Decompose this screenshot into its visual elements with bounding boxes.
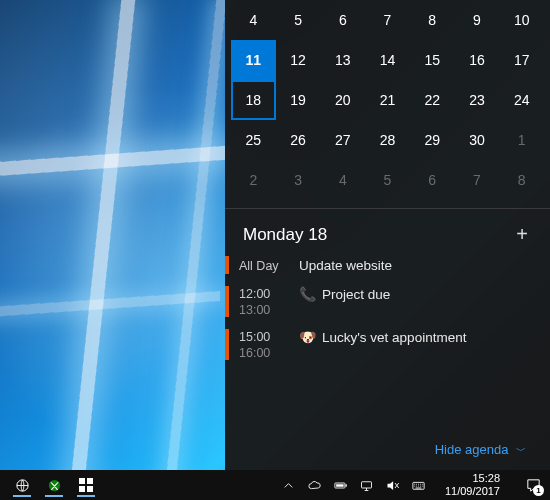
calendar-day-6[interactable]: 6 <box>320 0 365 40</box>
tray-onedrive-icon[interactable] <box>307 477 323 493</box>
calendar-day-7[interactable]: 7 <box>365 0 410 40</box>
calendar-day-18[interactable]: 18 <box>231 80 276 120</box>
calendar-day-12[interactable]: 12 <box>276 40 321 80</box>
agenda-event-list: All DayUpdate website12:0013:00📞Project … <box>225 256 536 372</box>
calendar-flyout: 4567891011121314151617181920212223242526… <box>225 0 550 470</box>
event-title: Update website <box>299 256 536 274</box>
hide-agenda-label: Hide agenda <box>435 442 509 457</box>
svg-rect-3 <box>346 484 347 487</box>
agenda-date-heading: Monday 18 <box>243 225 327 245</box>
tray-battery-icon[interactable] <box>333 477 349 493</box>
calendar-day-9[interactable]: 9 <box>455 0 500 40</box>
calendar-day-27[interactable]: 27 <box>320 120 365 160</box>
chevron-down-icon: ﹀ <box>516 445 526 456</box>
agenda-event[interactable]: All DayUpdate website <box>225 256 536 274</box>
taskbar-clock[interactable]: 15:28 11/09/2017 <box>437 472 508 497</box>
agenda-event[interactable]: 15:0016:00🐶Lucky's vet appointment <box>225 329 536 360</box>
calendar-day-26[interactable]: 26 <box>276 120 321 160</box>
calendar-day-23[interactable]: 23 <box>455 80 500 120</box>
calendar-day-19[interactable]: 19 <box>276 80 321 120</box>
event-time: All Day <box>239 256 299 274</box>
hide-agenda-link[interactable]: Hide agenda ﹀ <box>225 432 536 470</box>
calendar-day-2[interactable]: 2 <box>231 160 276 200</box>
calendar-day-25[interactable]: 25 <box>231 120 276 160</box>
tray-volume-muted-icon[interactable] <box>385 477 401 493</box>
tray-network-icon[interactable] <box>359 477 375 493</box>
event-icon: 🐶 <box>299 330 316 344</box>
agenda-panel: Monday 18 + All DayUpdate website12:0013… <box>225 209 550 470</box>
calendar-day-11[interactable]: 11 <box>231 40 276 80</box>
event-title: 📞Project due <box>299 286 536 317</box>
agenda-event[interactable]: 12:0013:00📞Project due <box>225 286 536 317</box>
calendar-day-16[interactable]: 16 <box>455 40 500 80</box>
event-accent-bar <box>225 256 229 274</box>
clock-time: 15:28 <box>445 472 500 485</box>
calendar-day-15[interactable]: 15 <box>410 40 455 80</box>
taskbar-apps <box>0 473 281 497</box>
calendar-day-30[interactable]: 30 <box>455 120 500 160</box>
add-event-button[interactable]: + <box>512 223 532 246</box>
calendar-day-17[interactable]: 17 <box>499 40 544 80</box>
calendar-day-7[interactable]: 7 <box>455 160 500 200</box>
calendar-day-6[interactable]: 6 <box>410 160 455 200</box>
event-title: 🐶Lucky's vet appointment <box>299 329 536 360</box>
calendar-day-29[interactable]: 29 <box>410 120 455 160</box>
event-accent-bar <box>225 329 229 360</box>
taskbar-app-browser[interactable] <box>10 473 34 497</box>
svg-rect-5 <box>362 481 372 487</box>
calendar-day-22[interactable]: 22 <box>410 80 455 120</box>
event-icon: 📞 <box>299 287 316 301</box>
calendar-day-13[interactable]: 13 <box>320 40 365 80</box>
event-time: 15:0016:00 <box>239 329 299 360</box>
taskbar-app-xbox[interactable] <box>42 473 66 497</box>
tray-keyboard-icon[interactable] <box>411 477 427 493</box>
calendar-day-4[interactable]: 4 <box>320 160 365 200</box>
calendar-day-24[interactable]: 24 <box>499 80 544 120</box>
system-tray: 15:28 11/09/2017 1 <box>281 470 550 500</box>
calendar-day-5[interactable]: 5 <box>276 0 321 40</box>
event-time: 12:0013:00 <box>239 286 299 317</box>
calendar-day-20[interactable]: 20 <box>320 80 365 120</box>
calendar-day-28[interactable]: 28 <box>365 120 410 160</box>
calendar-day-5[interactable]: 5 <box>365 160 410 200</box>
clock-date: 11/09/2017 <box>445 485 500 498</box>
taskbar: 15:28 11/09/2017 1 <box>0 470 550 500</box>
event-accent-bar <box>225 286 229 317</box>
calendar-day-8[interactable]: 8 <box>410 0 455 40</box>
calendar-day-3[interactable]: 3 <box>276 160 321 200</box>
calendar-day-21[interactable]: 21 <box>365 80 410 120</box>
calendar-day-4[interactable]: 4 <box>231 0 276 40</box>
tray-chevron-up-icon[interactable] <box>281 477 297 493</box>
action-center-button[interactable]: 1 <box>518 470 548 500</box>
action-center-badge: 1 <box>533 485 544 496</box>
taskbar-app-window[interactable] <box>74 473 98 497</box>
calendar-day-8[interactable]: 8 <box>499 160 544 200</box>
svg-rect-4 <box>337 484 345 487</box>
calendar-day-1[interactable]: 1 <box>499 120 544 160</box>
calendar-day-14[interactable]: 14 <box>365 40 410 80</box>
calendar-day-10[interactable]: 10 <box>499 0 544 40</box>
calendar-month-grid: 4567891011121314151617181920212223242526… <box>225 0 550 204</box>
